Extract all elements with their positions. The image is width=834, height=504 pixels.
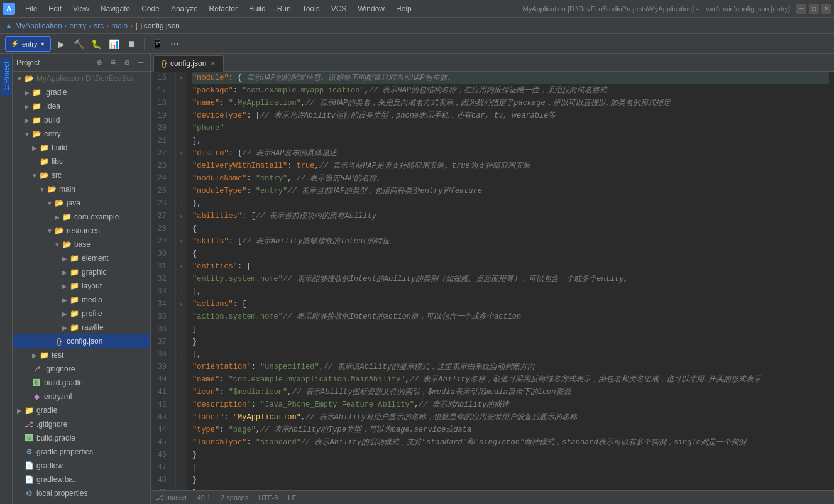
tree-arrow-entry[interactable]: ▼: [23, 129, 31, 138]
tree-item-config-json[interactable]: {}config.json: [13, 334, 150, 348]
line-col-status[interactable]: 49:1: [197, 494, 211, 501]
tree-item-entry-rawfile[interactable]: ▶📁rawfile: [13, 320, 150, 334]
tree-arrow-entry-base[interactable]: ▼: [53, 240, 62, 249]
tree-arrow-gradle-properties[interactable]: [15, 447, 24, 456]
tree-arrow-idea[interactable]: ▶: [23, 102, 31, 111]
tree-arrow-entry-layout[interactable]: ▶: [60, 282, 69, 290]
menu-item-vcs[interactable]: VCS: [326, 3, 352, 14]
tree-arrow-entry-profile[interactable]: ▶: [60, 309, 69, 318]
tree-item-entry-media[interactable]: ▶📁media: [13, 293, 150, 307]
encoding-status[interactable]: UTF-8: [258, 494, 278, 501]
menu-item-file[interactable]: File: [20, 3, 42, 14]
tree-arrow-entry-java[interactable]: ▼: [45, 199, 54, 207]
tree-item-gradle-properties[interactable]: ⚙gradle.properties: [13, 445, 150, 459]
run-button[interactable]: ▶: [53, 36, 69, 52]
tree-item-gradle-folder[interactable]: ▶📁gradle: [13, 403, 150, 417]
tree-arrow-entry-build[interactable]: ▶: [30, 143, 39, 152]
fold-btn-27[interactable]: ▾: [176, 210, 187, 222]
tree-item-entry-graphic[interactable]: ▶📁graphic: [13, 265, 150, 279]
menu-item-edit[interactable]: Edit: [43, 3, 67, 14]
menu-item-tools[interactable]: Tools: [297, 3, 325, 14]
tree-item-entry-resources[interactable]: ▼📂resources: [13, 224, 150, 238]
more-button[interactable]: ⋯: [167, 36, 182, 52]
tree-arrow-entry-rawfile[interactable]: ▶: [60, 323, 69, 332]
tree-item-entry-java[interactable]: ▼📂java: [13, 196, 150, 210]
menu-item-refactor[interactable]: Refactor: [204, 3, 243, 14]
close-button[interactable]: ✕: [821, 4, 831, 14]
maximize-button[interactable]: □: [809, 4, 819, 14]
tree-arrow-entry-com[interactable]: ▶: [53, 212, 62, 221]
menu-item-code[interactable]: Code: [136, 3, 165, 14]
tree-arrow-test[interactable]: ▶: [30, 351, 39, 359]
breadcrumb-item-2[interactable]: src: [94, 21, 104, 30]
tree-item-entry-iml[interactable]: ◆entry.iml: [13, 390, 150, 403]
tree-arrow-gitignore-entry[interactable]: [23, 364, 31, 373]
tree-item-gitignore-entry[interactable]: ⎇.gitignore: [13, 362, 150, 376]
menu-item-help[interactable]: Help: [391, 3, 417, 14]
tree-item-myapp-iml[interactable]: ◆MyApplication.iml: [13, 500, 150, 504]
fold-btn-34[interactable]: ▾: [176, 298, 187, 310]
tree-item-build-root[interactable]: ▶📁build: [13, 113, 150, 127]
menu-item-build[interactable]: Build: [244, 3, 271, 14]
minimize-button[interactable]: ─: [796, 4, 806, 14]
tree-item-entry-main[interactable]: ▼📂main: [13, 182, 150, 196]
tree-item-entry-build[interactable]: ▶📁build: [13, 141, 150, 155]
sidebar-close-icon[interactable]: ─: [135, 57, 146, 68]
tree-arrow-build-gradle-root[interactable]: [15, 434, 24, 442]
tree-item-gradlew[interactable]: 📄gradlew: [13, 459, 150, 473]
device-button[interactable]: 📱: [150, 36, 165, 52]
tree-arrow-local-properties[interactable]: [15, 489, 24, 498]
tab-config-json[interactable]: {}config.json✕: [153, 55, 224, 72]
menu-item-navigate[interactable]: Navigate: [96, 3, 135, 14]
tree-arrow-build-gradle-entry[interactable]: [23, 378, 31, 387]
debug-button[interactable]: 🐛: [89, 36, 104, 52]
tree-arrow-gradlew-bat[interactable]: [15, 475, 24, 484]
code-editor[interactable]: "module": { 表示HAP包的配置信息。该标签下的配置只对当前HAP包生…: [187, 72, 834, 490]
run-config-button[interactable]: ⚡entry▼: [5, 36, 51, 52]
fold-btn-16[interactable]: ▾: [176, 72, 187, 84]
tree-item-gitignore-root[interactable]: ⎇.gitignore: [13, 417, 150, 431]
git-branch-status[interactable]: ⎇ master: [156, 493, 187, 501]
tree-item-entry-base[interactable]: ▼📂base: [13, 238, 150, 251]
menu-item-run[interactable]: Run: [272, 3, 296, 14]
tree-arrow-entry-graphic[interactable]: ▶: [60, 268, 69, 277]
tree-item-build-gradle-root[interactable]: 🅶build.gradle: [13, 431, 150, 445]
tree-arrow-myapp[interactable]: ▼: [15, 74, 24, 83]
tab-close-config-json[interactable]: ✕: [210, 60, 216, 68]
tree-arrow-gradle-folder[interactable]: ▶: [15, 406, 24, 415]
tree-arrow-config-json[interactable]: [45, 337, 54, 346]
tree-arrow-entry-libs[interactable]: [30, 157, 39, 166]
tree-arrow-build-root[interactable]: ▶: [23, 116, 31, 124]
breadcrumb-item-3[interactable]: main: [111, 21, 128, 30]
sidebar-new-icon[interactable]: ⊕: [94, 57, 105, 68]
profile-button[interactable]: 📊: [106, 36, 121, 52]
tree-item-entry[interactable]: ▼📂entry: [13, 127, 150, 141]
tree-item-idea[interactable]: ▶📁.idea: [13, 99, 150, 113]
project-tab[interactable]: 1: Project: [1, 57, 11, 96]
tree-item-build-gradle-entry[interactable]: 🅶build.gradle: [13, 376, 150, 390]
line-sep-status[interactable]: LF: [288, 494, 296, 501]
tree-item-test[interactable]: ▶📁test: [13, 348, 150, 362]
breadcrumb-item-0[interactable]: MyApplication: [15, 21, 62, 30]
tree-item-gradle[interactable]: ▶📁.gradle: [13, 85, 150, 99]
sidebar-collapse-icon[interactable]: ≡: [107, 57, 119, 68]
tree-arrow-entry-media[interactable]: ▶: [60, 295, 69, 304]
breadcrumb-item-4[interactable]: { } config.json: [135, 21, 180, 30]
tree-item-entry-src[interactable]: ▼📂src: [13, 168, 150, 182]
stop-button[interactable]: ⏹: [124, 36, 139, 52]
tree-item-entry-com[interactable]: ▶📁com.example.: [13, 210, 150, 224]
indent-status[interactable]: 2 spaces: [221, 494, 248, 501]
tree-arrow-gitignore-root[interactable]: [15, 420, 24, 429]
menu-item-view[interactable]: View: [68, 3, 94, 14]
menu-item-window[interactable]: Window: [353, 3, 390, 14]
tree-item-gradlew-bat[interactable]: 📄gradlew.bat: [13, 473, 150, 486]
tree-arrow-entry-iml[interactable]: [23, 392, 31, 401]
tree-item-local-properties[interactable]: ⚙local.properties: [13, 486, 150, 500]
tree-item-entry-element[interactable]: ▶📁element: [13, 251, 150, 265]
fold-btn-29[interactable]: ▾: [176, 235, 187, 248]
tree-item-entry-libs[interactable]: 📁libs: [13, 155, 150, 168]
tree-arrow-gradle[interactable]: ▶: [23, 88, 31, 97]
sidebar-settings-icon[interactable]: ⚙: [121, 57, 133, 68]
fold-btn-22[interactable]: ▾: [176, 147, 187, 160]
tree-item-myapp[interactable]: ▼📂MyApplication D:\DevEcoStu: [13, 72, 150, 85]
